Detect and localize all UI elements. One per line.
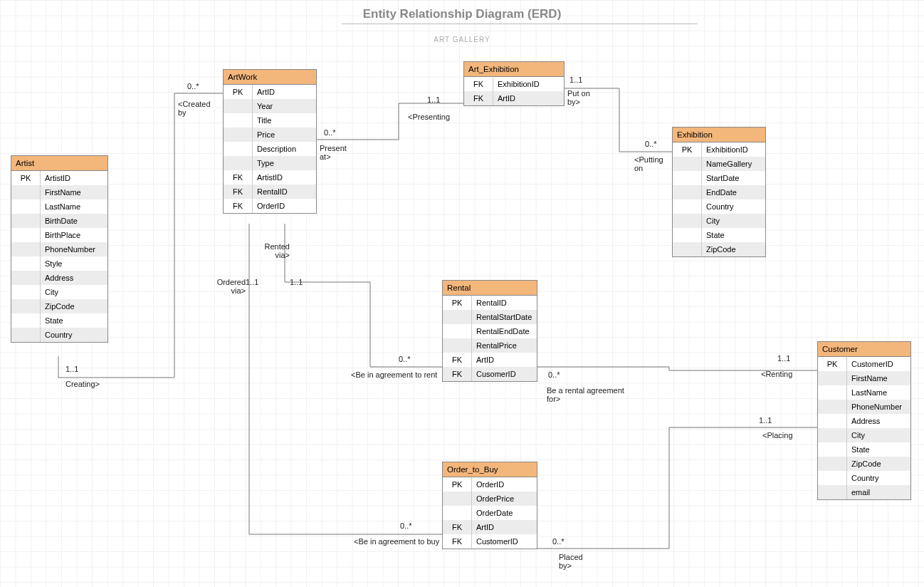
table-row: BirthPlace [11, 228, 107, 242]
table-row: FKRentalID [224, 185, 316, 199]
table-row: Country [11, 328, 107, 342]
card-placing-one: 1..1 [759, 416, 772, 425]
card-ordered-via-one: 1..1 [246, 278, 258, 286]
rel-putting-on: <Putting on [634, 155, 670, 172]
key-cell [11, 285, 41, 299]
key-cell [443, 338, 472, 353]
table-row: NameGallery [673, 157, 765, 171]
key-cell: PK [818, 357, 847, 371]
table-row: StartDate [673, 171, 765, 185]
field-cell: LastName [41, 199, 108, 214]
key-cell: FK [443, 353, 472, 367]
table-row: City [11, 285, 107, 299]
key-cell [443, 492, 472, 506]
table-row: PKCustomerID [818, 357, 910, 371]
key-cell [818, 471, 847, 485]
entity-artist: Artist PKArtistIDFirstNameLastNameBirthD… [11, 155, 108, 343]
key-cell [11, 185, 41, 199]
field-cell: ZipCode [847, 457, 911, 471]
field-cell: State [41, 313, 108, 328]
field-cell: ArtID [493, 91, 565, 105]
field-cell: ExhibitionID [702, 142, 766, 157]
key-cell [673, 242, 702, 256]
card-created-by-many: 0..* [187, 82, 199, 90]
table-row: ZipCode [11, 299, 107, 313]
field-cell: ZipCode [702, 242, 766, 256]
table-row: Country [818, 471, 910, 485]
card-present-at-many: 0..* [324, 128, 336, 137]
diagram-subtitle: ART GALLERY [0, 36, 924, 43]
rel-put-on-by: Put on by> [567, 89, 599, 106]
table-row: LastName [11, 199, 107, 214]
key-cell [443, 324, 472, 338]
rel-placing: <Placing [762, 431, 793, 440]
key-cell [224, 128, 253, 142]
entity-rental: Rental PKRentalIDRentalStartDateRentalEn… [442, 280, 537, 382]
key-cell [11, 313, 41, 328]
table-row: FKArtistID [224, 170, 316, 185]
entity-customer: Customer PKCustomerIDFirstNameLastNamePh… [817, 341, 911, 500]
field-cell: City [847, 428, 911, 442]
key-cell: FK [443, 534, 472, 549]
key-cell [11, 256, 41, 271]
key-cell [673, 199, 702, 214]
field-cell: LastName [847, 385, 911, 400]
key-cell: PK [11, 171, 41, 185]
key-cell [818, 385, 847, 400]
key-cell [11, 214, 41, 228]
key-cell: FK [464, 77, 493, 91]
key-cell [818, 414, 847, 428]
table-row: RentalStartDate [443, 310, 537, 324]
key-cell [673, 171, 702, 185]
field-cell: Year [253, 99, 317, 113]
table-row: Title [224, 113, 316, 128]
table-row: Description [224, 142, 316, 156]
field-cell: OrderID [253, 199, 317, 213]
key-cell [673, 228, 702, 242]
key-cell [818, 457, 847, 471]
table-row: OrderPrice [443, 492, 537, 506]
rel-renting: <Renting [761, 370, 792, 378]
field-cell: email [847, 485, 911, 499]
table-row: FirstName [818, 371, 910, 385]
field-cell: ArtID [472, 520, 537, 534]
entity-order: Order_to_Buy PKOrderIDOrderPriceOrderDat… [442, 462, 537, 549]
entity-exhibition-fields: PKExhibitionIDNameGalleryStartDateEndDat… [673, 142, 765, 256]
field-cell: State [847, 442, 911, 457]
field-cell: ExhibitionID [493, 77, 565, 91]
diagram-title: Entity Relationship Diagram (ERD) [0, 7, 924, 21]
table-row: FKArtID [443, 353, 537, 367]
table-row: BirthDate [11, 214, 107, 228]
field-cell: Style [41, 256, 108, 271]
rel-rented-via: Rented via> [258, 242, 290, 259]
key-cell: FK [443, 520, 472, 534]
rel-placed-by: Placed by> [559, 553, 594, 570]
field-cell: Address [847, 414, 911, 428]
field-cell: OrderDate [472, 506, 537, 520]
field-cell: Country [847, 471, 911, 485]
table-row: ZipCode [673, 242, 765, 256]
rel-creating: Creating> [65, 380, 100, 388]
field-cell: BirthPlace [41, 228, 108, 242]
field-cell: State [702, 228, 766, 242]
key-cell [11, 228, 41, 242]
table-row: Price [224, 128, 316, 142]
rel-rental-agree: Be a rental agreement for> [547, 386, 639, 403]
table-row: Type [224, 156, 316, 170]
field-cell: Address [41, 271, 108, 285]
field-cell: StartDate [702, 171, 766, 185]
key-cell: PK [443, 477, 472, 492]
key-cell [224, 99, 253, 113]
field-cell: Description [253, 142, 317, 156]
table-row: Country [673, 199, 765, 214]
field-cell: ArtistID [253, 170, 317, 185]
entity-rental-header: Rental [443, 281, 537, 296]
table-row: FKArtID [464, 91, 564, 105]
field-cell: City [702, 214, 766, 228]
field-cell: RentalID [253, 185, 317, 199]
key-cell [818, 442, 847, 457]
table-row: FKArtID [443, 520, 537, 534]
entity-order-fields: PKOrderIDOrderPriceOrderDateFKArtIDFKCus… [443, 477, 537, 549]
key-cell [673, 214, 702, 228]
key-cell [818, 400, 847, 414]
